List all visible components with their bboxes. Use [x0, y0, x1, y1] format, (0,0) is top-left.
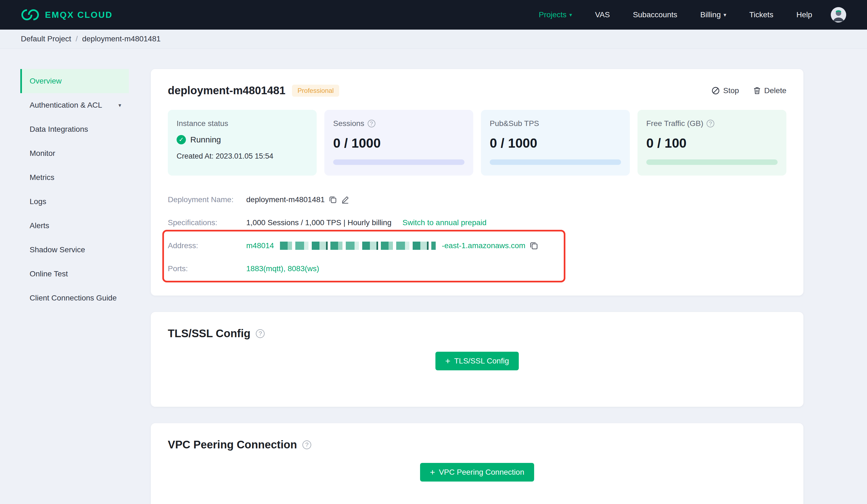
- sessions-progress-bar: [333, 160, 464, 165]
- switch-annual-prepaid-link[interactable]: Switch to annual prepaid: [403, 218, 487, 227]
- tps-progress-bar: [490, 160, 621, 165]
- vpc-peering-card: VPC Peering Connection ? + VPC Peering C…: [151, 423, 803, 504]
- stat-sessions: Sessions ? 0 / 1000: [324, 110, 473, 176]
- address-value-wrap: m48014-east-1.amazonaws.com: [246, 241, 538, 250]
- plan-badge: Professional: [292, 85, 339, 97]
- status-text: Running: [190, 135, 221, 144]
- stat-label-text: Sessions: [333, 119, 364, 128]
- delete-button-label: Delete: [764, 86, 786, 95]
- specifications-label: Specifications:: [168, 218, 246, 227]
- address-suffix: -east-1.amazonaws.com: [442, 241, 525, 250]
- sidebar-item-label: Monitor: [30, 149, 55, 158]
- stat-label: Free Traffic (GB) ?: [646, 119, 778, 128]
- edit-icon[interactable]: [341, 196, 349, 204]
- sidebar-item-label: Logs: [30, 197, 46, 206]
- vpc-peering-title: VPC Peering Connection: [168, 439, 297, 451]
- tls-ssl-title: TLS/SSL Config: [168, 327, 250, 340]
- specifications-value-wrap: 1,000 Sessions / 1,000 TPS | Hourly bill…: [246, 218, 486, 227]
- add-vpc-peering-button[interactable]: + VPC Peering Connection: [420, 463, 534, 482]
- breadcrumb-page: deployment-m4801481: [82, 34, 160, 43]
- sidebar-item-label: Overview: [30, 77, 62, 86]
- stop-button[interactable]: Stop: [711, 86, 739, 95]
- sidebar-item-online-test[interactable]: Online Test: [20, 262, 129, 286]
- copy-icon[interactable]: [530, 242, 538, 250]
- sidebar-item-label: Shadow Service: [30, 245, 85, 254]
- plus-icon: +: [445, 357, 450, 365]
- plus-icon: +: [430, 468, 435, 476]
- help-icon[interactable]: ?: [256, 329, 265, 338]
- nav-items: Projects ▾ VAS Subaccounts Billing ▾ Tic…: [539, 10, 812, 19]
- sidebar-item-shadow-service[interactable]: Shadow Service: [20, 238, 129, 262]
- stat-value: 0 / 1000: [333, 135, 464, 151]
- trash-icon: [753, 87, 761, 95]
- tls-ssl-body: + TLS/SSL Config: [168, 352, 786, 370]
- sidebar-item-label: Online Test: [30, 270, 68, 278]
- deployment-header: deployment-m4801481 Professional Stop: [168, 84, 786, 97]
- stat-pubsub-tps: Pub&Sub TPS 0 / 1000: [481, 110, 630, 176]
- chevron-down-icon: ▾: [118, 102, 121, 109]
- specifications-value: 1,000 Sessions / 1,000 TPS | Hourly bill…: [246, 218, 392, 227]
- chevron-down-icon: ▾: [724, 11, 726, 18]
- add-tls-ssl-config-label: TLS/SSL Config: [454, 357, 509, 365]
- stop-icon: [711, 87, 720, 95]
- stat-free-traffic: Free Traffic (GB) ? 0 / 100: [638, 110, 786, 176]
- sidebar-item-label: Metrics: [30, 173, 54, 182]
- breadcrumb: Default Project / deployment-m4801481: [0, 30, 867, 49]
- deployment-details: Deployment Name: deployment-m4801481: [168, 188, 786, 280]
- nav-item-tickets[interactable]: Tickets: [749, 10, 773, 19]
- sidebar-item-client-connections-guide[interactable]: Client Connections Guide: [20, 286, 129, 310]
- breadcrumb-project[interactable]: Default Project: [21, 34, 71, 43]
- help-icon[interactable]: ?: [368, 120, 375, 127]
- add-tls-ssl-config-button[interactable]: + TLS/SSL Config: [436, 352, 519, 370]
- deployment-overview-card: deployment-m4801481 Professional Stop: [151, 69, 803, 296]
- created-at: Created At: 2023.01.05 15:54: [176, 152, 308, 161]
- address-prefix: m48014: [246, 241, 274, 250]
- sidebar-item-data-integrations[interactable]: Data Integrations: [20, 117, 129, 141]
- sidebar-item-label: Authentication & ACL: [30, 101, 102, 110]
- brand-name: EMQX CLOUD: [45, 10, 113, 20]
- nav-item-help[interactable]: Help: [796, 10, 812, 19]
- nav-item-projects[interactable]: Projects ▾: [539, 10, 572, 19]
- status-badge: ✓ Running: [176, 135, 308, 144]
- top-navbar: EMQX CLOUD Projects ▾ VAS Subaccounts Bi…: [0, 0, 867, 30]
- sidebar-item-metrics[interactable]: Metrics: [20, 165, 129, 189]
- traffic-progress-bar: [646, 160, 778, 165]
- sidebar-item-authentication-acl[interactable]: Authentication & ACL ▾: [20, 93, 129, 117]
- sidebar-item-logs[interactable]: Logs: [20, 189, 129, 213]
- ports-value: 1883(mqtt), 8083(ws): [246, 264, 319, 273]
- stat-value: 0 / 100: [646, 135, 778, 151]
- sidebar-item-label: Alerts: [30, 221, 49, 230]
- emqx-logo-icon: [21, 8, 40, 21]
- help-icon[interactable]: ?: [302, 440, 311, 449]
- nav-item-vas-label: VAS: [595, 10, 610, 19]
- stat-label: Instance status: [176, 119, 308, 128]
- sidebar-item-monitor[interactable]: Monitor: [20, 141, 129, 165]
- stat-label: Pub&Sub TPS: [490, 119, 621, 128]
- vpc-peering-header: VPC Peering Connection ?: [168, 439, 786, 451]
- brand[interactable]: EMQX CLOUD: [21, 8, 113, 21]
- ports-row: Ports: 1883(mqtt), 8083(ws): [168, 257, 786, 280]
- stat-instance-status: Instance status ✓ Running Created At: 20…: [168, 110, 317, 176]
- address-label: Address:: [168, 241, 246, 250]
- deployment-name-row: Deployment Name: deployment-m4801481: [168, 188, 786, 211]
- nav-item-subaccounts-label: Subaccounts: [633, 10, 677, 19]
- layout: Overview Authentication & ACL ▾ Data Int…: [0, 49, 867, 504]
- chevron-down-icon: ▾: [569, 11, 572, 18]
- check-circle-icon: ✓: [176, 135, 186, 144]
- deployment-actions: Stop Delete: [711, 86, 786, 95]
- vpc-peering-body: + VPC Peering Connection: [168, 463, 786, 482]
- sidebar: Overview Authentication & ACL ▾ Data Int…: [20, 69, 129, 504]
- tls-ssl-header: TLS/SSL Config ?: [168, 327, 786, 340]
- sidebar-item-overview[interactable]: Overview: [20, 69, 129, 93]
- sidebar-item-alerts[interactable]: Alerts: [20, 213, 129, 238]
- stat-value: 0 / 1000: [490, 135, 621, 151]
- copy-icon[interactable]: [329, 196, 337, 204]
- nav-item-billing[interactable]: Billing ▾: [700, 10, 726, 19]
- nav-item-subaccounts[interactable]: Subaccounts: [633, 10, 677, 19]
- stat-label-text: Free Traffic (GB): [646, 119, 703, 128]
- avatar[interactable]: [831, 7, 846, 22]
- nav-item-vas[interactable]: VAS: [595, 10, 610, 19]
- help-icon[interactable]: ?: [707, 120, 714, 127]
- address-row: Address: m48014-east-1.amazonaws.com: [168, 234, 786, 257]
- delete-button[interactable]: Delete: [753, 86, 786, 95]
